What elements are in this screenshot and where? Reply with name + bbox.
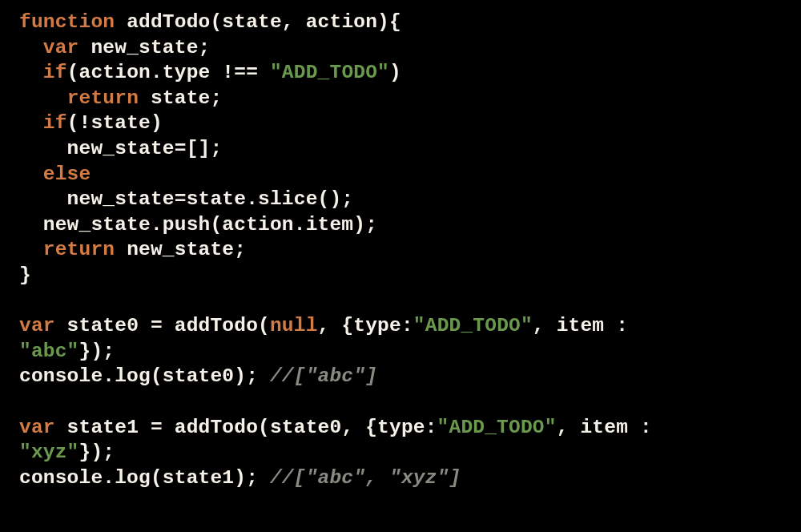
code-token: //["abc", "xyz"] bbox=[270, 467, 461, 489]
code-token: "xyz" bbox=[19, 441, 79, 463]
code-token bbox=[19, 87, 67, 109]
code-token bbox=[19, 239, 43, 260]
code-token: (!state) bbox=[67, 112, 163, 134]
code-token: var bbox=[43, 37, 79, 58]
code-token: else bbox=[43, 163, 91, 185]
code-token: , item : bbox=[557, 417, 664, 438]
code-token: (action.type !== bbox=[67, 62, 270, 83]
code-token: var bbox=[19, 315, 55, 337]
code-line: new_state.push(action.item); bbox=[19, 214, 377, 236]
code-line: if(action.type !== "ADD_TODO") bbox=[19, 62, 401, 83]
code-token: }); bbox=[79, 341, 115, 362]
code-token: "ADD_TODO" bbox=[270, 62, 389, 83]
code-token: "ADD_TODO" bbox=[437, 417, 557, 438]
code-token: new_state.push(action.item); bbox=[19, 214, 377, 236]
code-token bbox=[19, 112, 43, 134]
code-token: , item : bbox=[533, 315, 640, 337]
code-token: if bbox=[43, 62, 67, 83]
code-line: function addTodo(state, action){ bbox=[19, 11, 401, 33]
code-token: } bbox=[19, 264, 31, 286]
code-token: new_state; bbox=[79, 37, 211, 58]
code-token: , {type: bbox=[318, 315, 413, 337]
code-token: state; bbox=[139, 87, 222, 109]
code-token: state1 = addTodo(state0, {type: bbox=[55, 417, 437, 438]
code-token: function bbox=[19, 11, 115, 33]
code-token: new_state=[]; bbox=[19, 138, 222, 159]
code-line: console.log(state0); //["abc"] bbox=[19, 365, 377, 387]
code-token: state0 = addTodo( bbox=[55, 315, 270, 337]
code-token: //["abc"] bbox=[270, 365, 377, 387]
code-token: null bbox=[270, 315, 318, 337]
code-token: var bbox=[19, 417, 55, 438]
code-token: new_state; bbox=[115, 239, 246, 260]
code-line: return state; bbox=[19, 87, 222, 109]
code-line: console.log(state1); //["abc", "xyz"] bbox=[19, 467, 461, 489]
code-token: "abc" bbox=[19, 341, 79, 362]
code-token: if bbox=[43, 112, 67, 134]
code-line: var state0 = addTodo(null, {type:"ADD_TO… bbox=[19, 315, 640, 337]
code-line: return new_state; bbox=[19, 239, 246, 260]
code-token bbox=[19, 37, 43, 58]
code-line: if(!state) bbox=[19, 112, 163, 134]
code-token: addTodo(state, action){ bbox=[115, 11, 401, 33]
code-line: "xyz"}); bbox=[19, 441, 115, 463]
code-token bbox=[19, 62, 43, 83]
code-token: new_state=state.slice(); bbox=[19, 188, 353, 210]
code-line: new_state=[]; bbox=[19, 138, 222, 159]
code-line: } bbox=[19, 264, 31, 286]
code-line: "abc"}); bbox=[19, 341, 115, 362]
code-token: return bbox=[67, 87, 139, 109]
code-token: console.log(state0); bbox=[19, 365, 270, 387]
code-line: new_state=state.slice(); bbox=[19, 188, 353, 210]
code-block: function addTodo(state, action){ var new… bbox=[0, 0, 801, 500]
code-token: "ADD_TODO" bbox=[413, 315, 533, 337]
code-line: var new_state; bbox=[19, 37, 210, 58]
code-token: ) bbox=[389, 62, 401, 83]
code-token: console.log(state1); bbox=[19, 467, 270, 489]
code-token: }); bbox=[79, 441, 115, 463]
code-line: var state1 = addTodo(state0, {type:"ADD_… bbox=[19, 417, 664, 438]
code-token bbox=[19, 163, 43, 185]
code-token: return bbox=[43, 239, 115, 260]
code-line: else bbox=[19, 163, 91, 185]
